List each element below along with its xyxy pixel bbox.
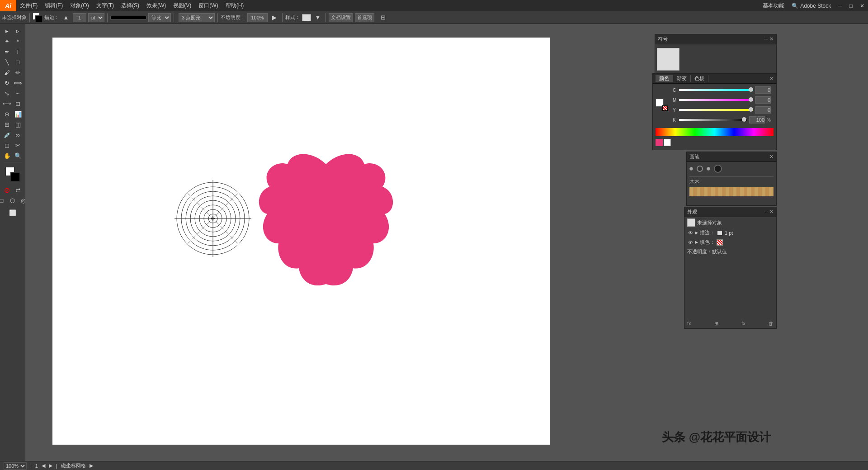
- workspace-selector[interactable]: 基本功能: [759, 0, 788, 11]
- fill-swatch[interactable]: [717, 239, 723, 246]
- stroke-swatch[interactable]: [717, 230, 723, 236]
- appearance-panel-close[interactable]: ✕: [769, 209, 774, 215]
- appearance-grid-icon[interactable]: ⊞: [714, 321, 718, 327]
- color-panel-close[interactable]: ✕: [769, 76, 774, 81]
- symbols-panel-collapse[interactable]: ─: [764, 36, 768, 42]
- color-tab-swatches[interactable]: 色板: [691, 75, 708, 82]
- k-input[interactable]: [749, 116, 765, 123]
- stroke-style-select[interactable]: 等比: [148, 13, 171, 22]
- m-slider[interactable]: [679, 99, 753, 101]
- c-input[interactable]: [755, 86, 771, 94]
- free-transform-tool[interactable]: ⊡: [13, 99, 23, 109]
- doc-settings-btn[interactable]: 文档设置: [329, 13, 353, 22]
- line-tool[interactable]: ╲: [2, 57, 12, 67]
- m-input[interactable]: [755, 96, 771, 104]
- eyedropper-tool[interactable]: 💉: [2, 130, 12, 140]
- gradient-tool[interactable]: ◫: [13, 119, 23, 129]
- search-stock[interactable]: 🔍 Adobe Stock: [788, 0, 835, 11]
- menu-view[interactable]: 视图(V): [170, 0, 195, 11]
- appearance-fill-row[interactable]: 👁 ▶ 填色：: [684, 237, 776, 247]
- paintbrush-tool[interactable]: 🖌: [2, 67, 12, 77]
- full-screen-mode[interactable]: ⬜: [4, 208, 21, 218]
- menu-edit[interactable]: 编辑(E): [41, 0, 66, 11]
- style-swatch[interactable]: [302, 14, 311, 21]
- lasso-tool[interactable]: ⌖: [13, 36, 23, 46]
- pencil-tool[interactable]: ✏: [13, 67, 23, 77]
- style-expand[interactable]: ▼: [313, 13, 323, 23]
- maximize-btn[interactable]: □: [846, 0, 856, 11]
- brush-swatch-strip[interactable]: [689, 187, 774, 196]
- mesh-tool[interactable]: ⊞: [2, 119, 12, 129]
- opacity-expand[interactable]: ▶: [269, 13, 279, 23]
- opacity-input[interactable]: [247, 13, 268, 22]
- width-tool[interactable]: ⟷: [2, 99, 12, 109]
- eraser-tool[interactable]: ◻: [2, 140, 12, 150]
- appearance-stroke-row[interactable]: 👁 ▶ 描边： 1 pt: [684, 228, 776, 237]
- appearance-add-new-effect-btn[interactable]: fx: [687, 321, 691, 327]
- color-tab-color[interactable]: 颜色: [656, 75, 673, 82]
- color-fill-stroke-box[interactable]: [656, 99, 668, 111]
- menu-help[interactable]: 帮助(H): [222, 0, 248, 11]
- brush-dot-4[interactable]: [714, 165, 722, 173]
- appearance-fx-icon[interactable]: fx: [741, 321, 745, 327]
- reflect-tool[interactable]: ⟺: [13, 78, 23, 88]
- brush-panel-close[interactable]: ✕: [769, 154, 774, 160]
- page-nav-next[interactable]: ▶: [49, 463, 52, 469]
- scissors-tool[interactable]: ✂: [13, 140, 23, 150]
- menu-effect[interactable]: 效果(W): [143, 0, 170, 11]
- none-indicator[interactable]: ⊘: [2, 185, 12, 195]
- menu-text[interactable]: 文字(T): [93, 0, 118, 11]
- minimize-btn[interactable]: ─: [835, 0, 846, 11]
- more-options-icon[interactable]: ⊞: [378, 13, 388, 23]
- color-swatch-white[interactable]: [664, 139, 671, 146]
- menu-file[interactable]: 文件(F): [16, 0, 41, 11]
- appearance-panel-collapse[interactable]: ─: [764, 209, 768, 215]
- stroke-up[interactable]: ▲: [61, 13, 71, 23]
- zoom-tool[interactable]: 🔍: [13, 151, 23, 161]
- menu-window[interactable]: 窗口(W): [195, 0, 222, 11]
- preferences-btn[interactable]: 首选项: [355, 13, 374, 22]
- color-spectrum[interactable]: [656, 128, 774, 136]
- stroke-expand-icon[interactable]: ▶: [695, 231, 698, 235]
- page-nav-prev[interactable]: ◀: [42, 463, 45, 469]
- y-input[interactable]: [755, 106, 771, 114]
- symbol-sprayer-tool[interactable]: ⊛: [2, 109, 12, 119]
- color-tab-gradient[interactable]: 渐变: [673, 75, 691, 82]
- appearance-delete-btn[interactable]: 🗑: [769, 321, 774, 327]
- direct-select-tool[interactable]: ▹: [13, 26, 23, 36]
- brush-dot-3[interactable]: [707, 167, 710, 171]
- type-tool[interactable]: T: [13, 47, 23, 57]
- points-select[interactable]: 3 点圆形: [179, 13, 215, 22]
- hand-tool[interactable]: ✋: [2, 151, 12, 161]
- scale-tool[interactable]: ⤡: [2, 88, 12, 98]
- rotate-tool[interactable]: ↻: [2, 78, 12, 88]
- symbols-panel-close[interactable]: ✕: [769, 36, 774, 42]
- draw-behind-mode[interactable]: ⬡: [8, 195, 18, 205]
- stroke-color-box[interactable]: [33, 13, 42, 23]
- stroke-unit-select[interactable]: pt: [88, 13, 104, 22]
- fill-expand-icon[interactable]: ▶: [695, 240, 698, 244]
- stroke-width-input[interactable]: [73, 13, 86, 22]
- pen-tool[interactable]: ✒: [2, 47, 12, 57]
- c-slider[interactable]: [679, 89, 753, 91]
- shape-tool[interactable]: □: [13, 57, 23, 67]
- color-swatch-pink[interactable]: [656, 139, 663, 146]
- menu-object[interactable]: 对象(O): [66, 0, 92, 11]
- close-btn[interactable]: ✕: [856, 0, 868, 11]
- polar-grid-object[interactable]: [172, 178, 254, 259]
- y-slider[interactable]: [679, 109, 753, 111]
- normal-mode[interactable]: □: [0, 195, 7, 205]
- brush-dot-1[interactable]: [689, 167, 693, 171]
- fill-visibility-icon[interactable]: 👁: [687, 239, 693, 246]
- select-tool[interactable]: ▸: [2, 26, 12, 36]
- brush-dot-2[interactable]: [697, 166, 703, 172]
- menu-select[interactable]: 选择(S): [118, 0, 143, 11]
- zoom-select[interactable]: 100%: [4, 462, 27, 470]
- warp-tool[interactable]: ~: [13, 88, 23, 98]
- stroke-visibility-icon[interactable]: 👁: [687, 230, 693, 236]
- magic-wand-tool[interactable]: ✦: [2, 36, 12, 46]
- column-graph-tool[interactable]: 📊: [13, 109, 23, 119]
- symbol-thumb-1[interactable]: [657, 48, 679, 71]
- stroke-box[interactable]: [10, 172, 20, 182]
- status-play-btn[interactable]: ▶: [90, 463, 93, 469]
